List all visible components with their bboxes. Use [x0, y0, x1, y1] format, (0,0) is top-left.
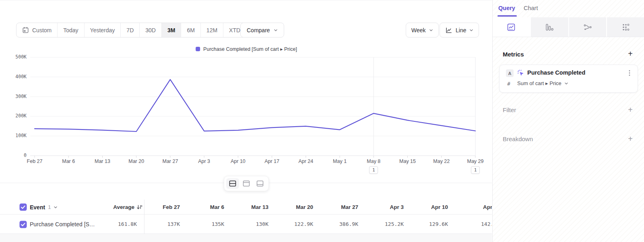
annotation-count-badge[interactable]: 1 — [369, 166, 378, 174]
y-axis-tick-label: 300K — [0, 94, 27, 99]
layout-chart-only-button[interactable] — [240, 178, 253, 189]
bottom-panel-icon — [256, 180, 264, 187]
query-panel: Query Chart Metrics + A Purchase Complet… — [492, 0, 644, 242]
tab-chart[interactable]: Chart — [524, 5, 538, 11]
chevron-down-icon — [564, 81, 568, 86]
x-axis-tick-label: Mar 13 — [95, 159, 110, 164]
date-range-segmented-control: CustomTodayYesterday7D30D3M6M12MXTD — [16, 23, 254, 38]
granularity-dropdown[interactable]: Week — [406, 23, 439, 38]
compare-button[interactable]: Compare — [240, 23, 284, 38]
range-label: 30D — [145, 27, 156, 33]
chevron-down-icon — [469, 28, 473, 32]
range-button-6m[interactable]: 6M — [181, 23, 200, 37]
event-click-icon — [517, 69, 525, 77]
chevron-down-icon — [54, 205, 58, 209]
layout-toggle-group — [224, 176, 269, 191]
table-cell-value: 135K — [180, 215, 224, 234]
insights-report-page: CustomTodayYesterday7D30D3M6M12MXTD Comp… — [0, 0, 644, 242]
y-axis-tick-label: 500K — [0, 54, 27, 60]
x-axis-tick-label: May 22 — [433, 159, 450, 164]
metric-aggregation-value: Sum of cart ▸ Price — [517, 80, 561, 86]
legend-series-label: Purchase Completed [Sum of cart ▸ Price] — [203, 46, 297, 52]
x-axis-tick-label: Mar 20 — [128, 159, 144, 164]
view-funnels-button[interactable] — [530, 17, 568, 37]
range-button-30d[interactable]: 30D — [140, 23, 162, 37]
range-label: Today — [63, 27, 78, 33]
metric-event-name[interactable]: Purchase Completed — [527, 69, 585, 76]
event-column-header[interactable]: Event 1 — [30, 200, 58, 215]
range-label: 6M — [187, 27, 194, 33]
row-average-value: 161.8K — [93, 215, 137, 234]
date-column-header[interactable]: Apr 10 — [404, 200, 448, 215]
date-column-header[interactable]: Feb 27 — [136, 200, 180, 215]
view-retention-button[interactable] — [606, 17, 644, 37]
metrics-section-title: Metrics — [503, 51, 524, 58]
layout-table-only-button[interactable] — [254, 178, 266, 189]
range-button-today[interactable]: Today — [58, 23, 84, 37]
x-axis-tick-label: Mar 6 — [62, 159, 75, 164]
table-footer-strip — [0, 234, 492, 242]
report-main-area: CustomTodayYesterday7D30D3M6M12MXTD Comp… — [0, 0, 492, 242]
view-insights-button[interactable] — [493, 17, 530, 37]
date-column-header[interactable]: Apr 17 — [456, 200, 492, 215]
date-column-header[interactable]: Apr 3 — [359, 200, 404, 215]
metric-aggregation-dropdown[interactable]: Sum of cart ▸ Price — [517, 80, 568, 86]
range-label: 3M — [167, 27, 175, 33]
chevron-down-icon — [274, 28, 278, 32]
range-button-yesterday[interactable]: Yesterday — [85, 23, 121, 37]
bar-chart-icon — [545, 23, 554, 31]
row-series-name[interactable]: Purchase Completed [Sum of cart ▸ Price] — [30, 215, 95, 234]
range-button-7d[interactable]: 7D — [121, 23, 140, 37]
top-panel-icon — [242, 180, 250, 187]
chevron-down-icon — [429, 28, 433, 32]
granularity-value: Week — [411, 27, 426, 33]
add-breakdown-button[interactable]: + — [625, 134, 635, 144]
date-column-header[interactable]: Mar 27 — [314, 200, 358, 215]
table-cell-value: 122.9K — [269, 215, 313, 234]
date-column-header[interactable]: Mar 6 — [180, 200, 224, 215]
filter-section-title: Filter — [503, 106, 516, 113]
add-metric-button[interactable]: + — [625, 49, 635, 58]
x-axis-tick-label: May 15 — [399, 159, 416, 164]
flows-icon — [583, 23, 592, 31]
range-button-12m[interactable]: 12M — [201, 23, 223, 37]
row-checkbox[interactable] — [19, 221, 27, 228]
date-column-header[interactable]: Mar 20 — [269, 200, 313, 215]
x-axis-tick-label: Mar 27 — [162, 159, 178, 164]
range-button-custom[interactable]: Custom — [17, 23, 58, 37]
kebab-menu-icon[interactable] — [627, 69, 632, 77]
x-axis-tick-label: May 1 — [333, 159, 347, 164]
table-cell-value: 386.9K — [314, 215, 358, 234]
y-axis-tick-label: 100K — [0, 133, 27, 138]
tab-query[interactable]: Query — [498, 5, 515, 11]
x-axis-tick-label: Apr 24 — [298, 159, 313, 164]
add-filter-button[interactable]: + — [625, 105, 635, 115]
x-axis-tick-label: May 29 — [467, 159, 484, 164]
average-column-header[interactable]: Average — [93, 200, 142, 215]
chart-type-dropdown[interactable]: Line — [440, 23, 479, 38]
x-axis-tick-label: Apr 10 — [231, 159, 246, 164]
event-header-label: Event — [30, 204, 45, 211]
table-cell-value: 142.6K — [456, 215, 492, 234]
average-header-label: Average — [113, 204, 134, 210]
select-all-checkbox[interactable] — [19, 203, 27, 211]
chart-legend: Purchase Completed [Sum of cart ▸ Price] — [196, 46, 297, 52]
layout-split-view-button[interactable] — [226, 178, 239, 189]
breakdown-section-title: Breakdown — [503, 136, 533, 142]
y-axis-tick-label: 0 — [0, 152, 27, 158]
range-label: Custom — [32, 27, 52, 33]
active-tab-underline — [497, 15, 517, 17]
view-flows-button[interactable] — [568, 17, 607, 37]
range-button-3m[interactable]: 3M — [162, 23, 181, 37]
range-label: Yesterday — [90, 27, 115, 33]
split-view-icon — [229, 180, 237, 187]
x-axis-tick-label: Apr 3 — [198, 159, 210, 164]
annotation-count-badge[interactable]: 1 — [471, 166, 480, 174]
range-label: XTD — [229, 27, 240, 33]
y-axis-tick-label: 400K — [0, 74, 27, 79]
metric-card[interactable]: A Purchase Completed # Sum of cart ▸ Pri… — [499, 65, 638, 93]
view-type-icon-row — [493, 17, 644, 37]
insights-line-icon — [507, 23, 516, 31]
date-column-header[interactable]: Mar 13 — [224, 200, 268, 215]
legend-swatch — [196, 47, 200, 51]
